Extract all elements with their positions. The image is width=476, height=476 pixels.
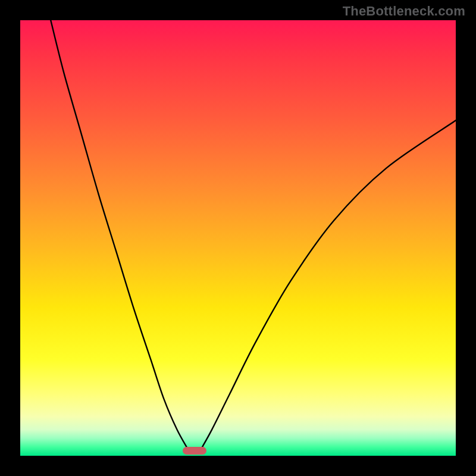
plot-area xyxy=(20,20,456,456)
watermark-text: TheBottleneck.com xyxy=(343,4,465,19)
curve-right xyxy=(201,120,456,449)
curve-left xyxy=(51,20,188,449)
bottleneck-curve xyxy=(20,20,456,456)
optimal-marker xyxy=(183,447,206,455)
outer-frame: TheBottleneck.com xyxy=(0,0,476,476)
